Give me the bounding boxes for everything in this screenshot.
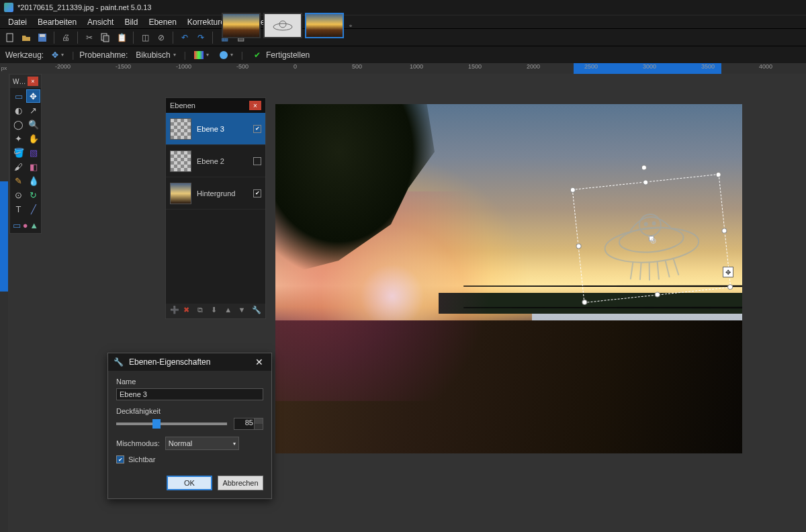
tool-recolor[interactable]: ↻ [26, 188, 40, 202]
tool-brush[interactable]: 🖌 [11, 160, 26, 173]
tool-clone[interactable]: ⊙ [11, 188, 26, 202]
tool-shapes[interactable]: ▭ [13, 218, 21, 232]
doc-tab-3[interactable]: ✱ [305, 13, 344, 38]
shape-triangle-icon[interactable]: ▲ [30, 218, 38, 232]
ok-button[interactable]: OK [167, 476, 212, 490]
tabs-overflow-icon[interactable]: ◦ [349, 21, 352, 30]
opacity-slider[interactable] [116, 423, 227, 425]
tool-options-bar: Werkzeug: ✥ | Probenahme: Bikubisch | | … [0, 46, 806, 63]
svg-line-15 [658, 261, 659, 279]
tool-pencil[interactable]: ✎ [11, 174, 26, 187]
menu-image[interactable]: Bild [119, 16, 143, 28]
blend-value: Normal [169, 439, 192, 447]
tool-lasso[interactable]: ◐ [11, 103, 26, 117]
dialog-close-button[interactable]: ✕ [253, 357, 266, 367]
document-tabs: ✱ ✱ ✱ ◦ [222, 13, 352, 38]
layer-visible-checkbox[interactable] [253, 189, 261, 197]
svg-line-17 [673, 258, 678, 275]
print-button[interactable]: 🖨 [58, 30, 73, 45]
layers-panel[interactable]: Ebenen × Ebene 3 Ebene 2 Hintergrund ➕ ✖… [165, 97, 266, 319]
layers-toolbar: ➕ ✖ ⧉ ⬇ ▲ ▼ 🔧 [166, 304, 265, 318]
svg-point-1 [279, 21, 286, 28]
move-handle-icon[interactable]: ✥ [723, 267, 733, 277]
dialog-title-label: Ebenen-Eigenschaften [129, 357, 210, 367]
tools-panel[interactable]: W… × ▭ ✥ ◐ ↗ ◯ 🔍 ✦ ✋ 🪣 ▧ 🖌 ◧ ✎ 💧 ⊙ ↻ T ╱… [9, 74, 42, 234]
main-toolbar: 🖨 ✂ 📋 ◫ ⊘ ↶ ↷ ▦ ▤ [0, 28, 806, 46]
layer-thumb [170, 118, 191, 140]
tools-panel-title[interactable]: W… × [10, 75, 41, 88]
dialog-titlebar[interactable]: 🔧 Ebenen-Eigenschaften ✕ [108, 353, 271, 371]
finish-check-icon: ✔ [254, 50, 261, 60]
layer-item-ebene3[interactable]: Ebene 3 [166, 113, 265, 145]
undo-button[interactable]: ↶ [177, 30, 192, 45]
layer-properties-dialog[interactable]: 🔧 Ebenen-Eigenschaften ✕ Name Deckfähigk… [107, 353, 272, 499]
svg-rect-2 [7, 34, 13, 42]
deselect-button[interactable]: ⊘ [154, 30, 169, 45]
ruler-horizontal[interactable]: -2000-1500 -1000-500 0500 10001500 20002… [8, 63, 806, 74]
tool-eraser[interactable]: ◧ [26, 160, 40, 173]
svg-rect-4 [40, 34, 45, 37]
wrench-icon: 🔧 [114, 357, 124, 367]
move-down-button[interactable]: ▼ [238, 306, 247, 316]
copy-button[interactable] [98, 30, 113, 45]
tool-text[interactable]: T [11, 202, 26, 216]
opacity-spinner[interactable]: 85 [234, 418, 263, 430]
tool-move[interactable]: ✥ [26, 89, 40, 103]
visible-checkbox[interactable] [116, 455, 124, 463]
layer-item-hintergrund[interactable]: Hintergrund [166, 177, 265, 210]
visible-label: Sichtbar [128, 455, 155, 463]
open-button[interactable] [19, 30, 34, 45]
tool-pan[interactable]: ✋ [26, 132, 40, 145]
sampling-dropdown[interactable]: Bikubisch [133, 49, 178, 61]
layers-panel-title[interactable]: Ebenen × [166, 98, 265, 113]
ruler-v-selection [0, 181, 8, 292]
layer-props-button[interactable]: 🔧 [252, 306, 261, 316]
tools-close-button[interactable]: × [28, 77, 38, 86]
merge-down-button[interactable]: ⬇ [211, 306, 220, 316]
svg-point-7 [604, 224, 701, 266]
layer-visible-checkbox[interactable] [253, 125, 261, 133]
cut-button[interactable]: ✂ [82, 30, 97, 45]
doc-tab-2[interactable]: ✱ [263, 13, 302, 38]
tool-rect-select[interactable]: ▭ [11, 89, 26, 103]
layer-visible-checkbox[interactable] [253, 157, 261, 165]
svg-line-13 [639, 262, 643, 279]
menu-view[interactable]: Ansicht [82, 16, 119, 28]
svg-rect-6 [103, 36, 109, 42]
paste-button[interactable]: 📋 [114, 30, 129, 45]
layers-title-label: Ebenen [170, 101, 195, 109]
tool-move-selection[interactable]: ↗ [26, 103, 40, 117]
gradient-picker[interactable] [191, 50, 212, 60]
opacity-label: Deckfähigkeit [116, 407, 263, 415]
layer-item-ebene2[interactable]: Ebene 2 [166, 145, 265, 177]
save-button[interactable] [35, 30, 50, 45]
tool-colorpicker[interactable]: 💧 [26, 174, 40, 187]
tool-magic-wand[interactable]: ✦ [11, 132, 26, 145]
tool-zoom[interactable]: 🔍 [26, 118, 40, 131]
menu-file[interactable]: Datei [3, 16, 32, 28]
add-layer-button[interactable]: ➕ [170, 306, 179, 316]
svg-point-0 [273, 24, 292, 30]
finish-button[interactable]: Fertigstellen [266, 50, 310, 60]
move-up-button[interactable]: ▲ [224, 306, 234, 316]
brush-picker[interactable] [217, 50, 236, 60]
crop-button[interactable]: ◫ [138, 30, 152, 45]
menu-layers[interactable]: Ebenen [143, 16, 181, 28]
tool-line[interactable]: ╱ [26, 202, 40, 216]
redo-button[interactable]: ↷ [193, 30, 208, 45]
blend-mode-select[interactable]: Normal [165, 437, 239, 450]
delete-layer-button[interactable]: ✖ [183, 306, 193, 316]
layers-close-button[interactable]: × [249, 101, 261, 110]
duplicate-layer-button[interactable]: ⧉ [197, 306, 207, 316]
ruler-vertical[interactable] [0, 74, 8, 532]
cancel-button[interactable]: Abbrechen [218, 476, 263, 490]
shape-circle-icon[interactable]: ● [22, 218, 28, 232]
tool-bucket[interactable]: 🪣 [11, 146, 26, 159]
layer-name-input[interactable] [116, 388, 263, 400]
tool-ellipse-select[interactable]: ◯ [11, 118, 26, 131]
doc-tab-1[interactable]: ✱ [222, 13, 261, 38]
new-button[interactable] [3, 30, 17, 45]
tool-picker[interactable]: ✥ [49, 49, 66, 61]
menu-edit[interactable]: Bearbeiten [32, 16, 82, 28]
tool-gradient[interactable]: ▧ [26, 146, 40, 159]
